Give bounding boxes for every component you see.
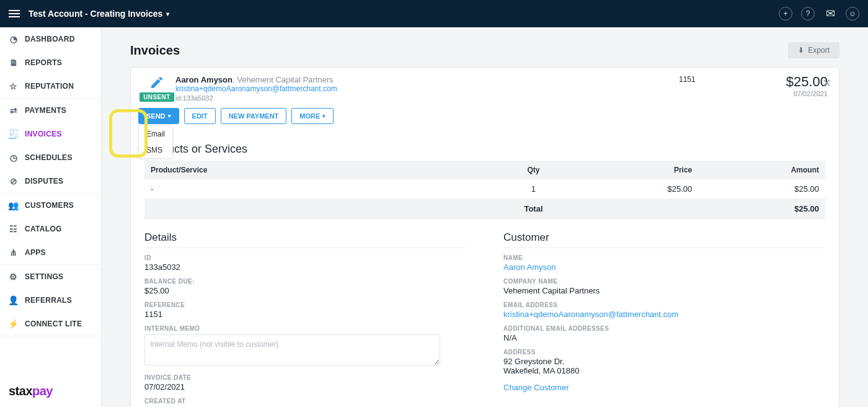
col-product: Product/Service <box>144 161 485 179</box>
customer-email-link[interactable]: kristina+qdemoAaronamyson@fattmerchant.c… <box>503 310 825 319</box>
details-title: Details <box>144 231 466 248</box>
bolt-icon: ⚡ <box>9 319 19 329</box>
invoice-amount: $25.00 <box>786 74 828 90</box>
main-content: Invoices ⬇Export UNSENT Aaron Amyson, Ve… <box>102 27 868 407</box>
col-price: Price <box>582 161 698 179</box>
send-email-option[interactable]: Email <box>139 126 172 142</box>
add-icon[interactable]: + <box>779 7 792 20</box>
invoice-card: UNSENT Aaron Amyson, Vehement Capital Pa… <box>130 67 839 407</box>
help-icon[interactable]: ? <box>801 7 815 20</box>
gear-icon: ⚙ <box>9 272 19 282</box>
sidebar-item-reputation[interactable]: ☆REPUTATION <box>0 74 101 98</box>
alert-icon: ⊘ <box>9 176 19 186</box>
col-amount: Amount <box>698 161 825 179</box>
clock-icon: ◷ <box>9 153 19 163</box>
edit-pencil-icon[interactable] <box>149 75 164 90</box>
customer-name-link[interactable]: Aaron Amyson <box>503 262 825 272</box>
send-dropdown: Email SMS <box>138 125 173 159</box>
change-customer-link[interactable]: Change Customer <box>503 383 825 392</box>
details-reference: 1151 <box>144 310 466 319</box>
customer-title: Customer <box>503 231 825 248</box>
details-id: 133a5032 <box>144 262 466 272</box>
action-bar: SEND▾ Email SMS EDIT NEW PAYMENT MORE▾ <box>131 108 839 132</box>
reports-icon: 🗎 <box>9 58 19 68</box>
table-row: - 1 $25.00 $25.00 <box>144 179 825 199</box>
sidebar-item-schedules[interactable]: ◷SCHEDULES <box>0 146 101 169</box>
sidebar-item-invoices[interactable]: 🧾INVOICES <box>0 122 101 146</box>
referrals-icon: 👤 <box>9 295 19 305</box>
account-selector[interactable]: Test Account - Creating Invoices ▾ <box>29 9 169 19</box>
customer-addl-emails: N/A <box>503 333 825 342</box>
details-balance: $25.00 <box>144 286 466 295</box>
products-table: Product/Service Qty Price Amount - 1 $25… <box>144 161 825 219</box>
edit-button[interactable]: EDIT <box>184 108 216 124</box>
star-icon: ☆ <box>9 81 19 91</box>
page-title: Invoices <box>130 43 180 58</box>
sidebar-item-referrals[interactable]: 👤REFERRALS <box>0 288 101 312</box>
sidebar-item-dashboard[interactable]: ◔DASHBOARD <box>0 27 101 51</box>
logo: staxpay <box>9 384 53 398</box>
send-button[interactable]: SEND▾ <box>138 108 179 124</box>
sidebar-item-reports[interactable]: 🗎REPORTS <box>0 51 101 74</box>
products-title: Products or Services <box>144 143 825 156</box>
menu-toggle-icon[interactable] <box>9 10 20 17</box>
chevron-down-icon: ▾ <box>168 113 171 119</box>
customer-section: Customer NAME Aaron Amyson COMPANY NAME … <box>503 231 825 407</box>
sidebar-item-customers[interactable]: 👥CUSTOMERS <box>0 194 101 217</box>
table-total-row: Total $25.00 <box>144 199 825 219</box>
invoice-customer-name: Aaron Amyson <box>175 75 232 84</box>
col-qty: Qty <box>485 161 582 179</box>
sidebar-item-disputes[interactable]: ⊘DISPUTES <box>0 169 101 193</box>
details-invoice-date: 07/02/2021 <box>144 382 466 391</box>
invoice-id: 133a5032 <box>183 94 213 102</box>
profile-icon[interactable]: ☺ <box>846 7 859 20</box>
download-icon: ⬇ <box>798 46 804 55</box>
chevron-down-icon: ▾ <box>322 113 326 119</box>
customer-address2: Wakefield, MA 01880 <box>503 366 825 375</box>
dashboard-icon: ◔ <box>9 34 19 44</box>
invoice-reference: 1151 <box>679 75 770 84</box>
invoices-icon: 🧾 <box>9 129 19 139</box>
customer-company: Vehement Capital Partners <box>503 286 825 295</box>
new-payment-button[interactable]: NEW PAYMENT <box>221 108 287 124</box>
payments-icon: ⇄ <box>9 105 19 115</box>
chat-icon[interactable]: ✉ <box>823 7 837 20</box>
chevron-down-icon: ▾ <box>166 11 169 17</box>
sidebar-item-payments[interactable]: ⇄PAYMENTS <box>0 99 101 122</box>
customer-address1: 92 Greystone Dr. <box>503 357 825 366</box>
invoice-company: Vehement Capital Partners <box>237 75 333 84</box>
users-icon: 👥 <box>9 200 19 210</box>
sidebar-item-connectlite[interactable]: ⚡CONNECT LITE <box>0 312 101 336</box>
send-sms-option[interactable]: SMS <box>139 142 172 158</box>
sidebar-item-apps[interactable]: ⋔APPS <box>0 241 101 264</box>
internal-memo-input[interactable] <box>144 334 440 365</box>
sidebar: ◔DASHBOARD 🗎REPORTS ☆REPUTATION ⇄PAYMENT… <box>0 27 102 407</box>
more-button[interactable]: MORE▾ <box>291 108 334 124</box>
sidebar-item-catalog[interactable]: ☷CATALOG <box>0 217 101 241</box>
status-badge: UNSENT <box>140 92 174 102</box>
apps-icon: ⋔ <box>9 248 19 257</box>
details-section: Details ID 133a5032 BALANCE DUE: $25.00 … <box>144 231 466 407</box>
invoice-email[interactable]: kristina+qdemoAaronamyson@fattmerchant.c… <box>175 84 679 93</box>
invoice-date: 07/02/2021 <box>786 90 828 97</box>
topbar: Test Account - Creating Invoices ▾ + ? ✉… <box>0 0 868 27</box>
catalog-icon: ☷ <box>9 224 19 234</box>
export-button[interactable]: ⬇Export <box>788 42 839 58</box>
account-name: Test Account - Creating Invoices <box>29 9 162 19</box>
sidebar-item-settings[interactable]: ⚙SETTINGS <box>0 265 101 288</box>
close-icon[interactable]: ✕ <box>822 76 831 90</box>
